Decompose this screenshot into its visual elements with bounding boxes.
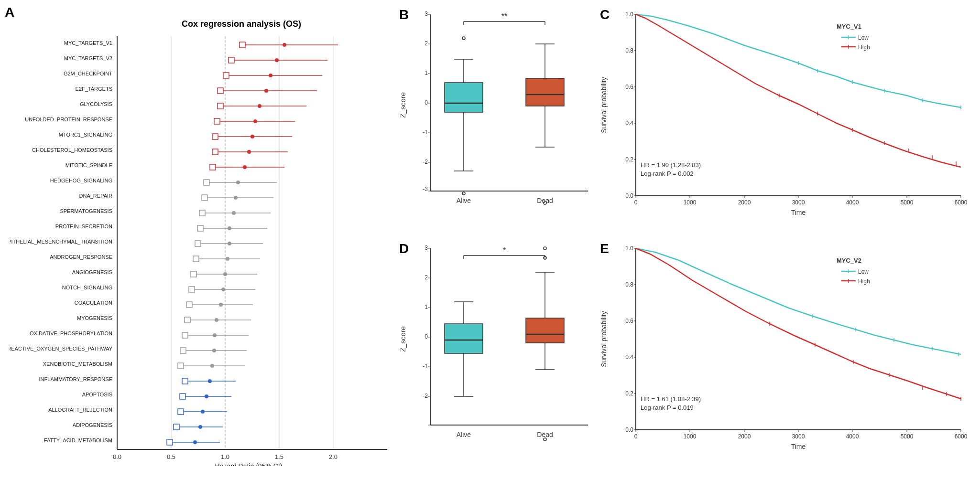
forest-title: Cox regression analysis (OS) [86,19,397,29]
svg-text:Log-rank P = 0.002: Log-rank P = 0.002 [641,170,694,177]
svg-point-57 [253,119,257,123]
svg-text:1: 1 [425,70,428,76]
svg-rect-113 [178,409,184,415]
svg-text:XENOBIOTIC_METABOLISM: XENOBIOTIC_METABOLISM [43,361,112,367]
svg-point-69 [236,181,240,184]
svg-text:2.0: 2.0 [329,453,338,460]
svg-text:OXIDATIVE_PHOSPHORYLATION: OXIDATIVE_PHOSPHORYLATION [30,330,112,336]
svg-text:1: 1 [425,304,428,310]
svg-point-108 [208,379,212,383]
svg-text:3: 3 [425,11,428,17]
svg-point-111 [205,394,208,398]
svg-text:2000: 2000 [738,433,751,440]
svg-text:UNFOLDED_PROTEIN_RESPONSE: UNFOLDED_PROTEIN_RESPONSE [25,117,112,122]
main-container: A Cox regression analysis (OS) MYC_TARGE… [0,0,980,479]
svg-text:EPITHELIAL_MESENCHYMAL_TRANSIT: EPITHELIAL_MESENCHYMAL_TRANSITION [10,239,112,245]
svg-text:-1: -1 [423,363,428,370]
svg-text:0.8: 0.8 [625,47,633,54]
svg-rect-71 [202,195,207,201]
svg-text:0.6: 0.6 [625,318,633,324]
svg-text:ANDROGEN_RESPONSE: ANDROGEN_RESPONSE [50,254,112,260]
svg-point-51 [264,89,268,93]
svg-rect-50 [218,88,223,94]
panels-ce: C Survival probability 0.0 0.2 0.4 0.6 0… [598,5,975,474]
km-c-svg: Survival probability 0.0 0.2 0.4 0.6 0.8… [598,5,975,234]
svg-point-114 [201,410,205,414]
svg-rect-95 [185,317,190,323]
svg-text:-2: -2 [423,159,428,165]
panel-a-label: A [5,5,14,20]
svg-text:4000: 4000 [846,433,859,440]
svg-rect-59 [212,134,218,139]
svg-rect-56 [214,118,220,124]
svg-text:High: High [858,278,870,285]
svg-text:ANGIOGENESIS: ANGIOGENESIS [72,269,112,275]
svg-rect-154 [526,78,564,106]
svg-point-72 [234,196,238,200]
svg-text:MYC_V2: MYC_V2 [837,257,861,264]
svg-text:0: 0 [634,199,638,206]
svg-point-66 [243,165,247,169]
svg-text:Z_score: Z_score [399,326,407,352]
panel-c: C Survival probability 0.0 0.2 0.4 0.6 0… [598,5,975,239]
svg-text:0.4: 0.4 [625,354,633,361]
svg-point-120 [193,440,197,444]
panel-a: A Cox regression analysis (OS) MYC_TARGE… [5,5,397,474]
svg-point-148 [462,37,465,40]
svg-rect-92 [186,302,192,308]
panel-b-label: B [399,7,409,22]
svg-text:FATTY_ACID_METABOLISM: FATTY_ACID_METABOLISM [44,437,112,443]
svg-rect-189 [526,318,564,343]
svg-rect-110 [180,394,185,399]
svg-point-45 [275,58,279,62]
svg-rect-80 [195,241,201,246]
svg-text:0.5: 0.5 [167,453,175,460]
svg-text:0.4: 0.4 [625,120,633,127]
svg-text:5000: 5000 [901,433,914,440]
svg-rect-101 [180,348,186,353]
svg-text:0.0: 0.0 [625,426,633,433]
svg-point-87 [223,272,227,276]
svg-text:MITOTIC_SPINDLE: MITOTIC_SPINDLE [65,162,112,168]
svg-text:0.2: 0.2 [625,156,633,163]
svg-text:*: * [503,246,506,255]
svg-text:1.5: 1.5 [275,453,283,460]
svg-text:0: 0 [425,99,428,106]
svg-rect-183 [445,324,483,353]
svg-text:Survival probability: Survival probability [600,311,608,367]
svg-text:Dead: Dead [537,197,553,204]
svg-text:E2F_TARGETS: E2F_TARGETS [76,86,112,92]
svg-text:-2: -2 [423,393,428,399]
svg-text:HEDGEHOG_SIGNALING: HEDGEHOG_SIGNALING [50,178,112,183]
svg-rect-62 [212,149,218,155]
svg-text:ALLOGRAFT_REJECTION: ALLOGRAFT_REJECTION [48,407,112,413]
svg-text:CHOLESTEROL_HOMEOSTASIS: CHOLESTEROL_HOMEOSTASIS [32,147,112,153]
svg-text:0.8: 0.8 [625,281,633,288]
svg-text:HR = 1.90 (1.28-2.83): HR = 1.90 (1.28-2.83) [641,161,701,169]
svg-text:MYC_TARGETS_V2: MYC_TARGETS_V2 [64,55,112,61]
svg-point-60 [250,135,254,138]
svg-text:1.0: 1.0 [221,453,229,460]
svg-point-63 [247,150,251,154]
svg-rect-77 [197,225,203,231]
forest-plot: Cox regression analysis (OS) MYC_TARGETS… [10,19,397,468]
svg-text:0.6: 0.6 [625,84,633,90]
svg-text:ADIPOGENESIS: ADIPOGENESIS [73,422,112,428]
svg-text:G2M_CHECKPOINT: G2M_CHECKPOINT [64,71,112,76]
svg-text:3000: 3000 [792,199,805,206]
svg-text:PROTEIN_SECRETION: PROTEIN_SECRETION [55,224,112,229]
svg-text:Alive: Alive [457,431,471,438]
svg-point-149 [462,192,465,195]
boxplot-d-svg: Z_score 3 2 1 0 -1 -2 [397,239,598,468]
svg-text:REACTIVE_OXYGEN_SPECIES_PATHWA: REACTIVE_OXYGEN_SPECIES_PATHWAY [10,346,113,351]
svg-text:NOTCH_SIGNALING: NOTCH_SIGNALING [62,285,112,290]
svg-rect-74 [199,210,205,216]
svg-text:4000: 4000 [846,199,859,206]
svg-text:6000: 6000 [955,433,968,440]
svg-text:0: 0 [425,333,428,340]
svg-text:1.0: 1.0 [625,11,633,18]
svg-text:-3: -3 [423,186,428,192]
svg-text:3000: 3000 [792,433,805,440]
svg-rect-44 [229,57,234,63]
boxplot-b-svg: Z_score 3 2 1 0 -1 -2 -3 [397,5,598,234]
